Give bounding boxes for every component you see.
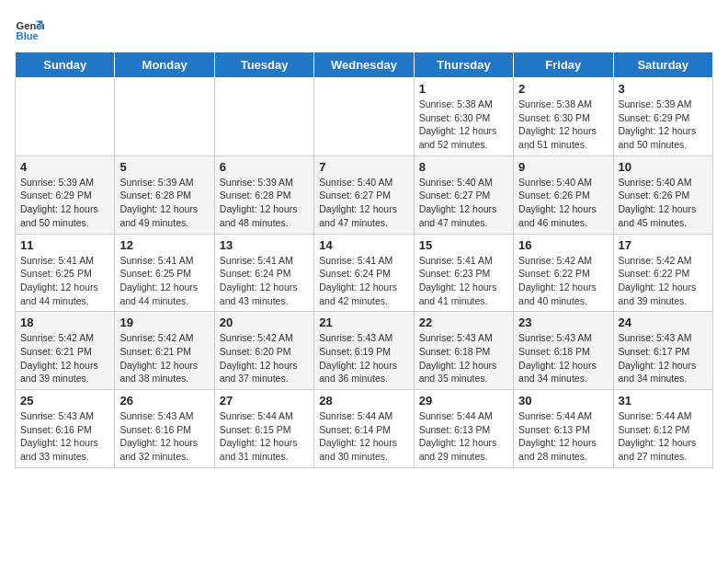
calendar-cell: 6Sunrise: 5:39 AM Sunset: 6:28 PM Daylig…: [214, 155, 313, 234]
day-number: 21: [319, 316, 408, 329]
day-number: 24: [619, 316, 708, 329]
calendar-cell: 29Sunrise: 5:44 AM Sunset: 6:13 PM Dayli…: [414, 390, 513, 468]
day-of-week-wednesday: Wednesday: [314, 52, 414, 78]
day-number: 1: [419, 82, 508, 96]
day-number: 18: [20, 316, 109, 329]
day-info: Sunrise: 5:42 AM Sunset: 6:21 PM Dayligh…: [119, 331, 209, 385]
calendar-cell: 13Sunrise: 5:41 AM Sunset: 6:24 PM Dayli…: [214, 234, 313, 312]
day-info: Sunrise: 5:39 AM Sunset: 6:28 PM Dayligh…: [119, 176, 209, 230]
day-info: Sunrise: 5:41 AM Sunset: 6:25 PM Dayligh…: [20, 254, 109, 308]
day-of-week-saturday: Saturday: [613, 52, 712, 78]
calendar-cell: 5Sunrise: 5:39 AM Sunset: 6:28 PM Daylig…: [115, 155, 214, 234]
day-of-week-monday: Monday: [115, 52, 214, 78]
day-info: Sunrise: 5:44 AM Sunset: 6:13 PM Dayligh…: [518, 409, 608, 464]
day-of-week-friday: Friday: [514, 52, 613, 78]
day-info: Sunrise: 5:39 AM Sunset: 6:28 PM Dayligh…: [220, 176, 309, 230]
day-info: Sunrise: 5:42 AM Sunset: 6:22 PM Dayligh…: [518, 254, 608, 308]
week-row-2: 4Sunrise: 5:39 AM Sunset: 6:29 PM Daylig…: [16, 155, 713, 234]
calendar-cell: 16Sunrise: 5:42 AM Sunset: 6:22 PM Dayli…: [514, 234, 613, 312]
calendar-cell: 20Sunrise: 5:42 AM Sunset: 6:20 PM Dayli…: [214, 312, 313, 390]
day-info: Sunrise: 5:44 AM Sunset: 6:14 PM Dayligh…: [319, 409, 408, 464]
day-number: 10: [619, 160, 708, 174]
calendar-cell: 24Sunrise: 5:43 AM Sunset: 6:17 PM Dayli…: [613, 312, 712, 390]
days-of-week-row: SundayMondayTuesdayWednesdayThursdayFrid…: [16, 52, 713, 78]
calendar-cell: 11Sunrise: 5:41 AM Sunset: 6:25 PM Dayli…: [16, 234, 115, 312]
day-number: 5: [119, 160, 209, 174]
day-info: Sunrise: 5:38 AM Sunset: 6:30 PM Dayligh…: [518, 98, 608, 152]
day-number: 27: [220, 394, 309, 408]
calendar-cell: 27Sunrise: 5:44 AM Sunset: 6:15 PM Dayli…: [214, 390, 313, 468]
day-info: Sunrise: 5:44 AM Sunset: 6:12 PM Dayligh…: [619, 409, 708, 464]
calendar-cell: 8Sunrise: 5:40 AM Sunset: 6:27 PM Daylig…: [414, 155, 513, 234]
day-of-week-thursday: Thursday: [414, 52, 513, 78]
day-info: Sunrise: 5:40 AM Sunset: 6:26 PM Dayligh…: [518, 176, 608, 230]
day-of-week-sunday: Sunday: [16, 52, 115, 78]
day-info: Sunrise: 5:43 AM Sunset: 6:17 PM Dayligh…: [619, 331, 708, 385]
day-info: Sunrise: 5:40 AM Sunset: 6:27 PM Dayligh…: [419, 176, 508, 230]
calendar-body: 1Sunrise: 5:38 AM Sunset: 6:30 PM Daylig…: [16, 78, 713, 468]
day-info: Sunrise: 5:43 AM Sunset: 6:16 PM Dayligh…: [20, 409, 109, 464]
day-number: 9: [518, 160, 608, 174]
day-number: 22: [419, 316, 508, 329]
day-number: 8: [419, 160, 508, 174]
calendar-cell: [314, 78, 414, 156]
logo-icon: General Blue: [15, 15, 44, 44]
day-info: Sunrise: 5:43 AM Sunset: 6:19 PM Dayligh…: [319, 331, 408, 385]
calendar-cell: 10Sunrise: 5:40 AM Sunset: 6:26 PM Dayli…: [613, 155, 712, 234]
day-number: 28: [319, 394, 408, 408]
day-info: Sunrise: 5:39 AM Sunset: 6:29 PM Dayligh…: [20, 176, 109, 230]
calendar-cell: [16, 78, 115, 156]
calendar-cell: [115, 78, 214, 156]
calendar-cell: 28Sunrise: 5:44 AM Sunset: 6:14 PM Dayli…: [314, 390, 414, 468]
calendar-cell: 30Sunrise: 5:44 AM Sunset: 6:13 PM Dayli…: [514, 390, 613, 468]
calendar-cell: 18Sunrise: 5:42 AM Sunset: 6:21 PM Dayli…: [16, 312, 115, 390]
day-info: Sunrise: 5:41 AM Sunset: 6:23 PM Dayligh…: [419, 254, 508, 308]
calendar-cell: 31Sunrise: 5:44 AM Sunset: 6:12 PM Dayli…: [613, 390, 712, 468]
day-info: Sunrise: 5:40 AM Sunset: 6:26 PM Dayligh…: [619, 176, 708, 230]
calendar-cell: 7Sunrise: 5:40 AM Sunset: 6:27 PM Daylig…: [314, 155, 414, 234]
day-number: 13: [220, 238, 309, 252]
day-info: Sunrise: 5:41 AM Sunset: 6:24 PM Dayligh…: [220, 254, 309, 308]
logo: General Blue: [15, 15, 44, 44]
day-info: Sunrise: 5:42 AM Sunset: 6:20 PM Dayligh…: [220, 331, 309, 385]
day-info: Sunrise: 5:42 AM Sunset: 6:21 PM Dayligh…: [20, 331, 109, 385]
day-number: 29: [419, 394, 508, 408]
day-info: Sunrise: 5:40 AM Sunset: 6:27 PM Dayligh…: [319, 176, 408, 230]
page-header: General Blue: [15, 15, 713, 44]
day-of-week-tuesday: Tuesday: [214, 52, 313, 78]
calendar-cell: [214, 78, 313, 156]
day-number: 4: [20, 160, 109, 174]
calendar-table: SundayMondayTuesdayWednesdayThursdayFrid…: [15, 52, 713, 468]
day-info: Sunrise: 5:43 AM Sunset: 6:16 PM Dayligh…: [119, 409, 209, 464]
day-info: Sunrise: 5:42 AM Sunset: 6:22 PM Dayligh…: [619, 254, 708, 308]
day-number: 14: [319, 238, 408, 252]
calendar-cell: 12Sunrise: 5:41 AM Sunset: 6:25 PM Dayli…: [115, 234, 214, 312]
calendar-header: SundayMondayTuesdayWednesdayThursdayFrid…: [16, 52, 713, 78]
day-number: 20: [220, 316, 309, 329]
day-info: Sunrise: 5:39 AM Sunset: 6:29 PM Dayligh…: [619, 98, 708, 152]
day-info: Sunrise: 5:43 AM Sunset: 6:18 PM Dayligh…: [518, 331, 608, 385]
calendar-cell: 21Sunrise: 5:43 AM Sunset: 6:19 PM Dayli…: [314, 312, 414, 390]
calendar-cell: 3Sunrise: 5:39 AM Sunset: 6:29 PM Daylig…: [613, 78, 712, 156]
week-row-5: 25Sunrise: 5:43 AM Sunset: 6:16 PM Dayli…: [16, 390, 713, 468]
calendar-cell: 1Sunrise: 5:38 AM Sunset: 6:30 PM Daylig…: [414, 78, 513, 156]
week-row-4: 18Sunrise: 5:42 AM Sunset: 6:21 PM Dayli…: [16, 312, 713, 390]
day-number: 15: [419, 238, 508, 252]
day-number: 17: [619, 238, 708, 252]
calendar-cell: 4Sunrise: 5:39 AM Sunset: 6:29 PM Daylig…: [16, 155, 115, 234]
day-number: 2: [518, 82, 608, 96]
week-row-1: 1Sunrise: 5:38 AM Sunset: 6:30 PM Daylig…: [16, 78, 713, 156]
day-number: 25: [20, 394, 109, 408]
calendar-cell: 17Sunrise: 5:42 AM Sunset: 6:22 PM Dayli…: [613, 234, 712, 312]
calendar-cell: 19Sunrise: 5:42 AM Sunset: 6:21 PM Dayli…: [115, 312, 214, 390]
day-number: 11: [20, 238, 109, 252]
day-number: 23: [518, 316, 608, 329]
day-number: 6: [220, 160, 309, 174]
day-info: Sunrise: 5:38 AM Sunset: 6:30 PM Dayligh…: [419, 98, 508, 152]
calendar-cell: 23Sunrise: 5:43 AM Sunset: 6:18 PM Dayli…: [514, 312, 613, 390]
day-number: 7: [319, 160, 408, 174]
day-number: 3: [619, 82, 708, 96]
day-info: Sunrise: 5:41 AM Sunset: 6:25 PM Dayligh…: [119, 254, 209, 308]
day-number: 16: [518, 238, 608, 252]
day-number: 31: [619, 394, 708, 408]
